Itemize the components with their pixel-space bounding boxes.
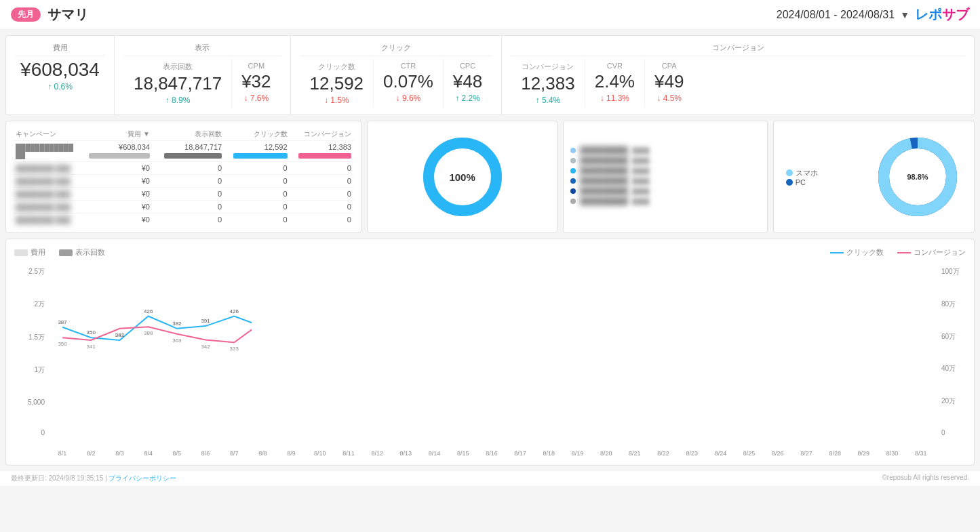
cost-cell: ¥0 (79, 162, 153, 175)
cpc-value: ¥48 (453, 71, 482, 92)
device-donut-label: 98.8% (907, 173, 928, 181)
table-row: ████████ ███ ¥0 0 0 0 (13, 188, 354, 201)
click-section: クリック クリック数 12,592 1.5% CTR 0.07% 9.6% CP… (291, 36, 503, 115)
device-legend-item: PC (786, 178, 818, 186)
y-axis-right: 100万80万60万40万20万0 (939, 267, 966, 436)
x-label: 8/30 (878, 450, 906, 457)
footer: 最終更新日: 2024/9/8 19:35:15 | プライバシーポリシー ©r… (0, 471, 980, 486)
cost-cell: ¥0 (79, 188, 153, 201)
device-donut-card: スマホ PC 98.8% (773, 121, 975, 233)
y-left-label: 1万 (14, 365, 45, 375)
x-label: 8/22 (649, 450, 678, 457)
conv-group: コンバージョン 12,383 5.4% CVR 2.4% 11.3% CPA ¥… (511, 59, 964, 108)
y-right-label: 100万 (941, 267, 966, 277)
date-dropdown-button[interactable]: ▼ (900, 9, 909, 20)
metrics-row: 費用 ¥608,034 0.6% 表示 表示回数 18,847,717 8.9%… (5, 35, 975, 115)
y-right-label: 0 (941, 429, 966, 436)
x-label: 8/11 (334, 450, 363, 457)
device-list-item: ██████████ ████ (570, 167, 760, 174)
display-section-header: 表示 (124, 43, 281, 56)
col-imp: 表示回数 (153, 128, 224, 141)
legend-cost: 費用 (31, 248, 45, 256)
conv-count-change: 5.4% (521, 96, 575, 105)
imp-cell: 0 (153, 162, 224, 175)
clicks-cell: 0 (224, 201, 290, 213)
cpc-label: CPC (453, 62, 482, 70)
cost-section: 費用 ¥608,034 0.6% (6, 36, 115, 115)
cost-cell: ¥0 (79, 213, 153, 226)
x-label: 8/7 (220, 450, 248, 457)
clicks-cell: 12,592 (224, 141, 290, 162)
cpa-label: CPA (654, 62, 684, 70)
imp-metric: 表示回数 18,847,717 8.9% (124, 59, 232, 108)
x-label: 8/19 (563, 450, 591, 457)
conv-cell: 0 (290, 162, 354, 175)
device-list-item: ██████████ ████ (570, 146, 760, 154)
conv-count-metric: コンバージョン 12,383 5.4% (511, 59, 585, 108)
x-label: 8/9 (277, 450, 306, 457)
cost-change: 0.6% (16, 82, 104, 91)
y-right-label: 60万 (941, 332, 966, 342)
col-cost[interactable]: 費用 ▼ (79, 128, 153, 141)
col-conv: コンバージョン (290, 128, 354, 141)
chart-inner (48, 267, 935, 436)
donut1-label: 100% (449, 171, 475, 183)
col-campaign: キャンペーン (13, 128, 79, 141)
y-left-label: 2.5万 (14, 267, 45, 277)
col-clicks: クリック数 (224, 128, 290, 141)
table-row: ████████ ███ ¥0 0 0 0 (13, 201, 354, 213)
x-label: 8/13 (391, 450, 420, 457)
logo: レポサブ (915, 5, 969, 24)
conv-cell: 0 (290, 201, 354, 213)
ctr-value: 0.07% (383, 71, 433, 92)
campaign-name-cell: ████████ ███ (13, 162, 79, 175)
chart-area: 2.5万2万1.5万1万5,0000 100万80万60万40万20万0 8/1… (14, 267, 966, 457)
x-label: 8/26 (764, 450, 792, 457)
chart-section: 費用 表示回数 クリック数 コンバージョン 2.5万2万1.5万1万5,0000… (5, 239, 975, 466)
cpa-change: 4.5% (654, 94, 684, 103)
conv-cell: 0 (290, 188, 354, 201)
y-left-label: 2万 (14, 300, 45, 309)
x-label: 8/1 (48, 450, 77, 457)
x-label: 8/25 (735, 450, 764, 457)
y-right-label: 80万 (941, 300, 966, 309)
x-label: 8/10 (306, 450, 334, 457)
campaign-table: キャンペーン 費用 ▼ 表示回数 クリック数 コンバージョン █████████… (13, 128, 354, 226)
x-label: 8/2 (77, 450, 105, 457)
device-list-item: ██████████ ████ (570, 197, 760, 205)
x-label: 8/15 (449, 450, 477, 457)
cpa-metric: CPA ¥49 4.5% (645, 59, 693, 108)
x-label: 8/23 (678, 450, 706, 457)
table-row: ████████ ███ ¥0 0 0 0 (13, 175, 354, 188)
table-row: ████████ ███ ¥0 0 0 0 (13, 213, 354, 226)
cvr-label: CVR (595, 62, 635, 70)
chart-legend-left: 費用 表示回数 (14, 247, 105, 258)
ctr-change: 9.6% (383, 94, 433, 103)
conv-count-value: 12,383 (521, 73, 575, 94)
badge-sengetsu[interactable]: 先月 (11, 7, 41, 22)
imp-cell: 0 (153, 213, 224, 226)
cost-cell: ¥0 (79, 175, 153, 188)
cost-value: ¥608,034 (16, 59, 104, 81)
y-axis-left: 2.5万2万1.5万1万5,0000 (14, 267, 45, 436)
x-label: 8/17 (506, 450, 534, 457)
campaign-name-cell: ████████████ ██ (13, 141, 79, 162)
campaign-name-cell: ████████ ███ (13, 213, 79, 226)
cost-cell: ¥0 (79, 201, 153, 213)
privacy-link[interactable]: プライバシーポリシー (109, 474, 176, 482)
cpc-metric: CPC ¥48 2.2% (444, 59, 492, 108)
y-right-label: 20万 (941, 396, 966, 406)
clicks-cell: 0 (224, 162, 290, 175)
page-title: サマリ (47, 5, 88, 24)
bars-container (48, 267, 935, 436)
cpm-metric: CPM ¥32 7.6% (232, 59, 280, 108)
footer-left: 最終更新日: 2024/9/8 19:35:15 | プライバシーポリシー (11, 474, 176, 483)
cost-section-header: 費用 (16, 43, 104, 56)
x-label: 8/20 (592, 450, 621, 457)
imp-cell: 18,847,717 (153, 141, 224, 162)
cpm-label: CPM (241, 62, 271, 70)
device-legend: スマホ PC (786, 168, 818, 186)
imp-cell: 0 (153, 188, 224, 201)
top-bar-right: 2024/08/01 - 2024/08/31 ▼ レポサブ (777, 5, 969, 24)
top-bar-left: 先月 サマリ (11, 5, 88, 24)
